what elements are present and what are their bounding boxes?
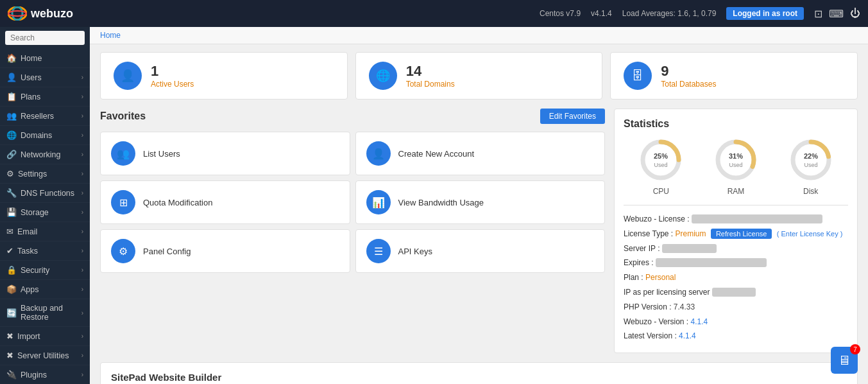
stat-label: Total Domains — [406, 80, 455, 89]
fav-label: List Users — [143, 149, 180, 159]
sidebar-icon: 🌐 — [6, 130, 17, 140]
stat-icon: 🌐 — [369, 62, 397, 90]
sidebar-item-home[interactable]: 🏠 Home — [0, 49, 90, 68]
logo-text: webuzo — [31, 7, 73, 21]
svg-text:25%: 25% — [654, 152, 668, 160]
breadcrumb-home[interactable]: Home — [100, 31, 121, 40]
sidebar-label: Security — [21, 266, 49, 275]
stat-label: Total Databases — [661, 80, 716, 89]
sidebar-item-plans[interactable]: 📋 Plans › — [0, 87, 90, 107]
sidebar-label: Plans — [21, 92, 40, 101]
svg-point-1 — [12, 7, 22, 20]
sidebar-icon: 💾 — [6, 207, 17, 217]
chevron-icon: › — [81, 266, 83, 274]
gauge-disk: 22% Used Disk — [788, 137, 833, 196]
blurred-value: ██████████ — [662, 244, 717, 253]
search-input[interactable] — [5, 31, 85, 45]
stats-row: Server IP : ██████████ — [624, 241, 848, 256]
sidebar-item-users[interactable]: 👤 Users › — [0, 68, 90, 87]
stat-card-active-users: 👤 1 Active Users — [100, 52, 348, 100]
chevron-icon: › — [81, 74, 83, 81]
sidebar-item-email[interactable]: ✉ Email › — [0, 222, 90, 241]
fav-label: Panel Config — [143, 247, 191, 256]
stats-label: Plan : — [624, 273, 643, 282]
sidebar-item-networking[interactable]: 🔗 Networking › — [0, 145, 90, 164]
svg-point-0 — [8, 7, 26, 20]
chat-icon: 🖥 — [838, 353, 851, 368]
blurred-value: ████████ — [712, 288, 756, 297]
sidebar-item-domains[interactable]: 🌐 Domains › — [0, 126, 90, 145]
enter-license-key-link[interactable]: ( Enter License Key ) — [777, 230, 843, 238]
sidebar-item-apps[interactable]: 📦 Apps › — [0, 280, 90, 299]
fav-item-list-users[interactable]: 👥 List Users — [100, 132, 350, 175]
version-info: v4.1.4 — [591, 9, 612, 18]
favorites-section: Favorites Edit Favorites 👥 List Users 👤 … — [100, 109, 605, 353]
sidebar-icon: 🔌 — [6, 370, 17, 380]
fav-item-panel-config[interactable]: ⚙ Panel Config — [100, 229, 350, 273]
chevron-icon: › — [81, 333, 83, 340]
main-layout: 🏠 Home 👤 Users › 📋 Plans › 👥 Resellers ›… — [0, 27, 868, 384]
fav-label: View Bandwidth Usage — [398, 198, 484, 207]
stat-card-total-domains: 🌐 14 Total Domains — [355, 52, 603, 100]
favorites-title: Favorites — [100, 110, 146, 122]
sidebar-item-server-utilities[interactable]: ✖ Server Utilities › — [0, 346, 90, 365]
sidebar-item-security[interactable]: 🔒 Security › — [0, 261, 90, 280]
chat-button[interactable]: 🖥 7 — [831, 347, 858, 374]
sidebar-icon: 📋 — [6, 92, 17, 101]
logout-icon[interactable]: ⏻ — [850, 8, 860, 19]
sidebar-icon: 🔄 — [6, 308, 17, 318]
refresh-license-button[interactable]: Refresh License — [711, 229, 772, 239]
stat-number: 1 — [151, 63, 194, 80]
sidebar-item-dns-functions[interactable]: 🔧 DNS Functions › — [0, 184, 90, 203]
logo-icon — [8, 6, 27, 21]
stats-label: Webuzo - Version : — [624, 317, 688, 326]
logged-in-badge: Logged in as root — [726, 7, 804, 20]
sidebar-label: Backup and Restore — [21, 304, 81, 322]
fav-item-api-keys[interactable]: ☰ API Keys — [355, 229, 606, 273]
stats-label: Webuzo - License : — [624, 214, 690, 223]
chevron-icon: › — [81, 247, 83, 254]
sidebar-item-backup-and-restore[interactable]: 🔄 Backup and Restore › — [0, 299, 90, 327]
sidebar-item-storage[interactable]: 💾 Storage › — [0, 203, 90, 222]
chevron-icon: › — [81, 352, 83, 359]
sidebar-label: Resellers — [21, 112, 54, 121]
fav-label: API Keys — [398, 247, 432, 256]
stat-number: 9 — [661, 63, 716, 80]
breadcrumb: Home — [90, 27, 868, 44]
sidebar-item-plugins[interactable]: 🔌 Plugins › — [0, 365, 90, 384]
sidebar-item-resellers[interactable]: 👥 Resellers › — [0, 107, 90, 126]
sidebar-label: DNS Functions — [21, 189, 74, 198]
fav-icon: ☰ — [366, 239, 391, 263]
sitepad-section: SitePad Website Builder — [100, 362, 858, 384]
stats-label: Expires : — [624, 258, 654, 267]
gauge-label: RAM — [713, 187, 758, 196]
gauge-label: CPU — [638, 187, 683, 196]
stats-row: Expires : ████████ ████████████ — [624, 256, 848, 270]
fav-item-view-bandwidth-usage[interactable]: 📊 View Bandwidth Usage — [355, 180, 606, 224]
chevron-icon: › — [81, 228, 83, 235]
statistics-section: Statistics 25% Used CPU 31% Used RAM 22%… — [614, 109, 858, 353]
normal-value: 7.4.33 — [674, 302, 695, 311]
blurred-value: ████████ ████████████ — [656, 258, 767, 267]
fav-label: Quota Modification — [143, 198, 212, 207]
sidebar-item-settings[interactable]: ⚙ Settings › — [0, 164, 90, 184]
stats-row: PHP Version : 7.4.33 — [624, 300, 848, 315]
chevron-icon: › — [81, 93, 83, 100]
monitor-icon[interactable]: ⊡ — [814, 8, 822, 20]
edit-favorites-button[interactable]: Edit Favorites — [540, 109, 605, 124]
stats-info: Webuzo - License : █████████████████████… — [624, 212, 848, 344]
sidebar-item-import[interactable]: ✖ Import › — [0, 327, 90, 346]
svg-text:Used: Used — [804, 162, 817, 168]
stats-row: Latest Version : 4.1.4 — [624, 329, 848, 344]
sidebar-icon: 🔧 — [6, 188, 17, 198]
topnav-icons: ⊡ ⌨ ⏻ — [814, 8, 860, 20]
gauge-label: Disk — [788, 187, 833, 196]
sidebar-label: Email — [17, 227, 37, 236]
fav-item-quota-modification[interactable]: ⊞ Quota Modification — [100, 180, 350, 224]
fav-item-create-new-account[interactable]: 👤 Create New Account — [355, 132, 606, 175]
terminal-icon[interactable]: ⌨ — [829, 8, 844, 20]
chat-badge: 7 — [850, 344, 860, 354]
sidebar-item-tasks[interactable]: ✔ Tasks › — [0, 241, 90, 261]
stats-row: Plan : Personal — [624, 270, 848, 285]
stats-label: License Type : — [624, 229, 673, 238]
